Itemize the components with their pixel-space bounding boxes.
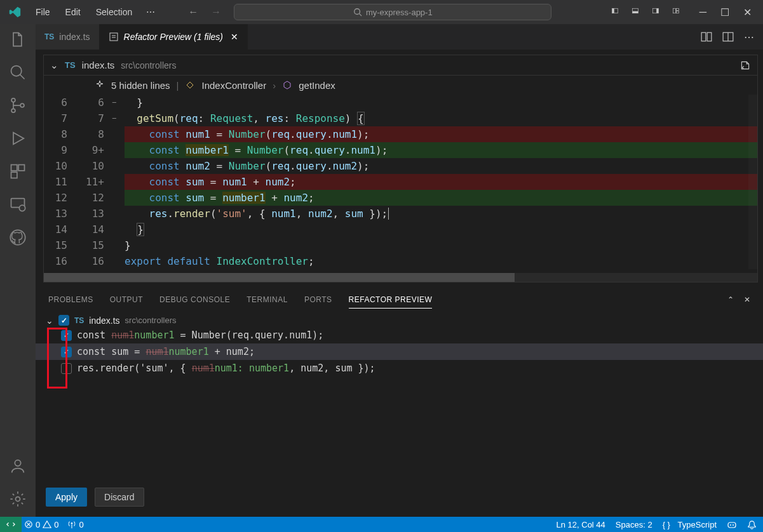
svg-rect-26 [707, 32, 712, 41]
github-icon[interactable] [9, 229, 27, 246]
status-indentation[interactable]: Spaces: 2 [616, 520, 652, 529]
code-lines[interactable]: } getSum(req: Request, res: Response) { … [125, 95, 757, 269]
svg-point-13 [11, 98, 15, 102]
revert-file-icon[interactable] [739, 60, 751, 71]
svg-rect-16 [11, 165, 17, 171]
checkbox-change-3[interactable] [61, 363, 72, 374]
explorer-icon[interactable] [9, 30, 27, 48]
svg-rect-9 [676, 8, 679, 10]
status-cursor-position[interactable]: Ln 12, Col 44 [556, 520, 605, 529]
svg-rect-31 [728, 522, 736, 528]
file-path: src\controllers [125, 316, 177, 325]
discard-button[interactable]: Discard [95, 488, 144, 507]
panel-close-icon[interactable]: ✕ [744, 295, 750, 309]
diff-editor: ⌄ TS index.ts src\controllers 5 hidden l… [43, 55, 758, 283]
panel-tab-terminal[interactable]: TERMINAL [246, 295, 288, 309]
svg-line-12 [20, 75, 25, 79]
checkbox-file[interactable] [58, 315, 69, 326]
radio-tower-icon [67, 520, 76, 529]
extensions-icon[interactable] [9, 163, 27, 180]
layout-customize-icon[interactable] [670, 5, 682, 17]
svg-point-32 [730, 524, 731, 526]
more-actions-icon[interactable]: ⋯ [744, 31, 754, 43]
remote-indicator[interactable] [0, 517, 22, 532]
status-problems[interactable]: 0 0 [24, 520, 58, 529]
horizontal-scrollbar[interactable] [44, 273, 757, 282]
tab-index-ts[interactable]: TS index.ts [36, 24, 100, 50]
refactor-file-row[interactable]: ⌄ TS index.ts src\controllers [46, 314, 753, 327]
window-minimize-icon[interactable]: ─ [697, 5, 709, 20]
nav-forward-icon[interactable]: → [211, 6, 221, 18]
window-close-icon[interactable]: ✕ [741, 5, 754, 20]
typescript-badge-icon: TS [74, 316, 84, 325]
svg-rect-25 [701, 32, 706, 41]
tab-label: index.ts [59, 32, 90, 42]
method-icon [282, 80, 292, 90]
status-copilot[interactable] [727, 519, 737, 529]
menu-selection[interactable]: Selection [90, 4, 139, 20]
account-icon[interactable] [9, 457, 27, 475]
panel-tab-refactor-preview[interactable]: REFACTOR PREVIEW [349, 295, 433, 309]
svg-rect-18 [11, 172, 17, 178]
search-label: my-express-app-1 [366, 8, 433, 17]
error-icon [24, 520, 33, 529]
panel-tab-ports[interactable]: PORTS [304, 295, 332, 309]
apply-button[interactable]: Apply [46, 488, 87, 507]
refactor-change-1[interactable]: const num1number1 = Number(req.query.num… [46, 327, 753, 343]
minimap-scrollbar[interactable] [748, 95, 757, 269]
separator: | [177, 80, 179, 91]
status-bar: 0 0 0 Ln 12, Col 44 Spaces: 2 { } TypeSc… [0, 517, 763, 532]
panel-tab-output[interactable]: OUTPUT [110, 295, 143, 309]
fold-column[interactable]: − − [112, 95, 125, 269]
command-center[interactable]: my-express-app-1 [234, 4, 551, 20]
copilot-icon [727, 519, 737, 529]
hidden-lines-label: 5 hidden lines [111, 80, 170, 91]
menu-edit[interactable]: Edit [59, 4, 87, 20]
window-maximize-icon[interactable]: ☐ [718, 5, 732, 20]
status-language-mode[interactable]: { } TypeScript [663, 520, 717, 529]
remote-explorer-icon[interactable] [9, 196, 27, 213]
svg-rect-5 [632, 11, 638, 13]
class-icon [185, 80, 195, 90]
sparkle-icon [95, 80, 105, 90]
tab-refactor-preview[interactable]: Refactor Preview (1 files) ✕ [100, 24, 248, 50]
tab-close-icon[interactable]: ✕ [231, 32, 238, 42]
braces-icon: { } [663, 520, 670, 529]
chevron-down-icon[interactable]: ⌄ [50, 60, 58, 71]
layout-bottom-icon[interactable] [630, 5, 641, 17]
preview-icon [109, 32, 119, 42]
compare-icon[interactable] [701, 31, 712, 43]
layout-right-icon[interactable] [650, 5, 661, 17]
source-control-icon[interactable] [9, 96, 27, 114]
settings-gear-icon[interactable] [9, 490, 27, 508]
typescript-badge-icon: TS [65, 60, 76, 70]
activity-bar [0, 24, 36, 517]
checkbox-change-1[interactable] [61, 330, 72, 341]
nav-back-icon[interactable]: ← [188, 6, 198, 18]
breadcrumb[interactable]: ⌄ TS index.ts src\controllers [44, 55, 757, 76]
menu-file[interactable]: File [29, 4, 57, 20]
status-notifications[interactable] [747, 520, 757, 529]
refactor-change-3[interactable]: res.render('sum', { num1num1: number1, n… [46, 360, 753, 376]
menu-more-icon[interactable]: ⋯ [141, 4, 160, 20]
svg-point-0 [354, 9, 360, 15]
folded-region-header[interactable]: 5 hidden lines | IndexController › getIn… [44, 76, 757, 95]
refactor-preview-body: ⌄ TS index.ts src\controllers const num1… [36, 309, 763, 382]
panel-maximize-icon[interactable]: ⌃ [727, 295, 734, 309]
code-area[interactable]: 678 910 1112 131415 16 678 9+10 11+12 13… [44, 95, 757, 269]
layout-left-icon[interactable] [609, 5, 621, 17]
svg-rect-7 [656, 8, 658, 13]
svg-rect-10 [676, 11, 679, 13]
split-editor-icon[interactable] [722, 31, 734, 43]
chevron-down-icon[interactable]: ⌄ [46, 316, 53, 326]
run-debug-icon[interactable] [9, 130, 27, 147]
remote-icon [6, 520, 15, 529]
svg-point-22 [15, 460, 20, 466]
checkbox-change-2[interactable] [61, 347, 72, 357]
panel-tab-debug-console[interactable]: DEBUG CONSOLE [159, 295, 230, 309]
search-icon[interactable] [9, 63, 27, 81]
status-ports[interactable]: 0 [67, 520, 83, 529]
panel-tab-problems[interactable]: PROBLEMS [48, 295, 93, 309]
refactor-change-2[interactable]: const sum = num1number1 + num2; [36, 343, 763, 360]
chevron-right-icon: › [273, 80, 276, 91]
